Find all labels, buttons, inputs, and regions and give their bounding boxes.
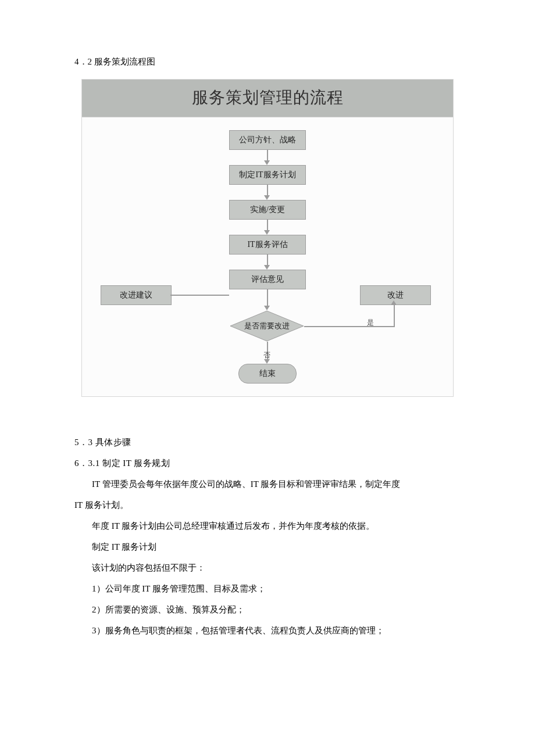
node-plan: 制定IT服务计划: [229, 165, 306, 185]
section-heading-4-2: 4．2 服务策划流程图: [74, 55, 461, 69]
paragraph-1: IT 管理委员会每年依据年度公司的战略、IT 服务目标和管理评审结果，制定年度: [74, 474, 461, 495]
node-implement: 实施/变更: [229, 200, 306, 220]
node-opinion: 评估意见: [229, 270, 306, 289]
paragraph-1b: IT 服务计划。: [74, 495, 461, 515]
flowchart-canvas: 公司方针、战略 制定IT服务计划 实施/变更 IT服务评估 评估意见 改进建议 …: [82, 117, 453, 396]
paragraph-6: 2）所需要的资源、设施、预算及分配；: [74, 599, 461, 620]
section-heading-6-3-1: 6．3.1 制定 IT 服务规划: [74, 453, 461, 474]
paragraph-3: 制定 IT 服务计划: [74, 536, 461, 557]
label-yes: 是: [367, 317, 374, 328]
paragraph-7: 3）服务角色与职责的框架，包括管理者代表、流程负责人及供应商的管理；: [74, 620, 461, 641]
body-text: 5．3 具体步骤 6．3.1 制定 IT 服务规划 IT 管理委员会每年依据年度…: [74, 432, 461, 641]
flowchart-title: 服务策划管理的流程: [82, 80, 453, 117]
paragraph-5: 1）公司年度 IT 服务管理范围、目标及需求；: [74, 578, 461, 599]
paragraph-2: 年度 IT 服务计划由公司总经理审核通过后发布，并作为年度考核的依据。: [74, 515, 461, 536]
flowchart-service-planning: 服务策划管理的流程 公司方针、战略 制定IT服务计划 实施/变更 IT服务评估 …: [81, 79, 454, 397]
decision-label: 是否需要改进: [230, 310, 304, 342]
section-heading-5-3: 5．3 具体步骤: [74, 432, 461, 453]
node-evaluate: IT服务评估: [229, 235, 306, 255]
node-end: 结束: [238, 364, 297, 384]
node-suggestion: 改进建议: [101, 285, 172, 305]
node-decision: 是否需要改进: [230, 310, 304, 342]
node-policy: 公司方针、战略: [229, 130, 306, 150]
paragraph-4: 该计划的内容包括但不限于：: [74, 557, 461, 578]
